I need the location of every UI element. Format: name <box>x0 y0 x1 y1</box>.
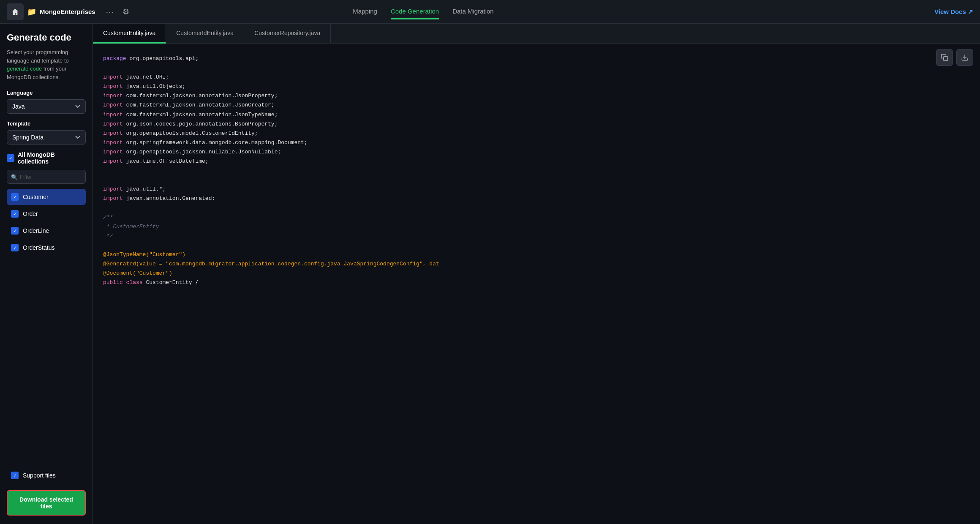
code-view: package org.openapitools.api; import jav… <box>93 44 980 524</box>
tab-customer-repository[interactable]: CustomerRepository.java <box>244 24 331 44</box>
code-line <box>103 204 953 213</box>
order-checkbox[interactable] <box>11 210 19 218</box>
collection-orderstatus-name: OrderStatus <box>23 244 54 251</box>
template-select[interactable]: Spring Data <box>7 130 86 145</box>
sidebar-description: Select your programming language and tem… <box>7 48 86 81</box>
main-nav-tabs: Mapping Code Generation Data Migration <box>353 4 493 19</box>
content-area: CustomerEntity.java CustomerIdEntity.jav… <box>93 24 980 524</box>
project-name: MongoEnterprises <box>40 8 95 15</box>
code-line <box>103 63 953 73</box>
filter-wrap: 🔍 <box>7 170 86 184</box>
tab-data-migration[interactable]: Data Migration <box>452 4 494 19</box>
all-collections-label: All MongoDB collections <box>18 151 86 165</box>
collection-item-order[interactable]: Order <box>7 206 86 222</box>
all-collections-header: All MongoDB collections <box>7 151 86 165</box>
collection-item-orderstatus[interactable]: OrderStatus <box>7 240 86 256</box>
code-line: package org.openapitools.api; <box>103 54 953 63</box>
more-options-button[interactable]: ⋯ <box>102 5 117 19</box>
code-line: import org.bson.codecs.pojo.annotations.… <box>103 120 953 129</box>
code-line: import org.openapitools.jackson.nullable… <box>103 147 953 157</box>
code-toolbar <box>936 49 973 66</box>
view-docs-button[interactable]: View Docs ↗ <box>934 8 973 16</box>
code-line: /** <box>103 213 953 222</box>
code-line <box>103 166 953 175</box>
home-button[interactable] <box>7 3 24 20</box>
code-line: */ <box>103 232 953 241</box>
orderstatus-checkbox[interactable] <box>11 244 19 251</box>
svg-rect-0 <box>944 57 948 61</box>
filter-input[interactable] <box>7 170 86 184</box>
code-line: @Document("Customer") <box>103 269 953 278</box>
code-line: import javax.annotation.Generated; <box>103 194 953 203</box>
support-files-label: Support files <box>23 472 56 479</box>
code-line: import com.fasterxml.jackson.annotation.… <box>103 91 953 101</box>
code-line: import org.springframework.data.mongodb.… <box>103 138 953 147</box>
collection-customer-name: Customer <box>23 194 49 200</box>
collection-order-name: Order <box>23 210 38 217</box>
file-tabs: CustomerEntity.java CustomerIdEntity.jav… <box>93 24 980 44</box>
support-files-item[interactable]: Support files <box>7 467 86 483</box>
sidebar: Generate code Select your programming la… <box>0 24 93 524</box>
code-line: import com.fasterxml.jackson.annotation.… <box>103 101 953 110</box>
template-label: Template <box>7 120 86 127</box>
top-nav: 📁 MongoEnterprises ⋯ ⚙ Mapping Code Gene… <box>0 0 980 24</box>
tab-code-generation[interactable]: Code Generation <box>391 4 439 19</box>
folder-icon: 📁 <box>27 7 36 16</box>
settings-button[interactable]: ⚙ <box>119 5 133 18</box>
tab-customer-id-entity[interactable]: CustomerIdEntity.java <box>166 24 244 44</box>
code-line: public class CustomerEntity { <box>103 278 953 287</box>
collection-list: Customer Order OrderLine OrderStatus <box>7 189 86 466</box>
filter-search-icon: 🔍 <box>11 174 18 180</box>
code-line: * CustomerEntity <box>103 222 953 232</box>
code-content: package org.openapitools.api; import jav… <box>103 54 953 287</box>
orderline-checkbox[interactable] <box>11 227 19 235</box>
collection-orderline-name: OrderLine <box>23 227 49 234</box>
code-line: import java.util.*; <box>103 185 953 194</box>
download-button[interactable]: Download selected files <box>7 490 86 516</box>
code-line: import java.util.Objects; <box>103 82 953 91</box>
customer-checkbox[interactable] <box>11 193 19 201</box>
code-line <box>103 175 953 185</box>
tab-mapping[interactable]: Mapping <box>353 4 377 19</box>
generate-code-link[interactable]: generate code <box>7 66 42 72</box>
sidebar-title: Generate code <box>7 32 86 43</box>
download-code-button[interactable] <box>956 49 973 66</box>
support-files-checkbox[interactable] <box>11 472 19 479</box>
code-line <box>103 241 953 250</box>
code-line: @Generated(value = "com.mongodb.migrator… <box>103 259 953 269</box>
copy-button[interactable] <box>936 49 953 66</box>
code-line: @JsonTypeName("Customer") <box>103 250 953 259</box>
code-line: import com.fasterxml.jackson.annotation.… <box>103 110 953 120</box>
collection-item-customer[interactable]: Customer <box>7 189 86 205</box>
code-line: import java.net.URI; <box>103 73 953 82</box>
all-collections-checkbox[interactable] <box>7 154 14 162</box>
project-info: 📁 MongoEnterprises <box>27 7 95 16</box>
main-layout: Generate code Select your programming la… <box>0 24 980 524</box>
tab-customer-entity[interactable]: CustomerEntity.java <box>93 24 166 44</box>
code-line: import org.openapitools.model.CustomerId… <box>103 129 953 138</box>
collection-item-orderline[interactable]: OrderLine <box>7 223 86 239</box>
language-select[interactable]: Java <box>7 99 86 114</box>
language-label: Language <box>7 90 86 96</box>
code-line: import java.time.OffsetDateTime; <box>103 157 953 166</box>
